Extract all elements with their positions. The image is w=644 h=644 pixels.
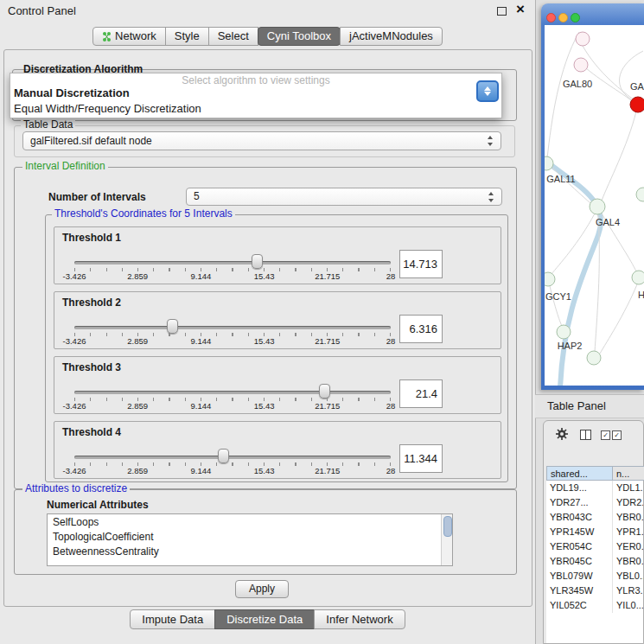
scale-label: 15.43 (254, 271, 275, 281)
option-manual-discretization[interactable]: Manual Discretization (14, 86, 130, 99)
cell-name: YBR0... (612, 554, 643, 569)
network-node-gal4[interactable] (590, 199, 605, 214)
network-node-gcy1[interactable] (545, 272, 555, 286)
gear-icon[interactable] (555, 427, 569, 444)
attribute-item[interactable]: TopologicalCoefficient (48, 529, 452, 544)
tab-cyni-toolbox[interactable]: Cyni Toolbox (258, 27, 341, 46)
attributes-scrollbar[interactable] (441, 514, 452, 565)
mac-close-icon[interactable] (546, 13, 556, 22)
tab-discretize-data[interactable]: Discretize Data (214, 609, 315, 629)
threshold-label: Threshold 4 (62, 426, 121, 438)
scale-label: 28 (386, 271, 396, 281)
close-icon[interactable]: × (516, 1, 525, 18)
scale-label: 21.715 (315, 466, 340, 475)
scale-label: 2.859 (127, 401, 148, 411)
network-node[interactable] (576, 32, 590, 46)
tab-label: Select (218, 28, 249, 45)
network-edge[interactable] (600, 284, 637, 354)
mac-minimize-icon[interactable] (558, 13, 568, 22)
threshold-value-field[interactable]: 6.316 (399, 315, 443, 343)
network-edge[interactable] (586, 68, 632, 101)
table-row[interactable]: YBR045CYBR0... (546, 554, 643, 569)
scale-label: 2.859 (127, 271, 148, 281)
slider-thumb[interactable] (218, 449, 229, 463)
checkbox-icon[interactable]: ✓ (612, 430, 622, 440)
attribute-item[interactable]: BetweennessCentrality (48, 544, 452, 558)
slider-thumb[interactable] (319, 384, 330, 399)
scrollbar-thumb[interactable] (443, 516, 452, 537)
table-row[interactable]: YER054CYER0... (546, 539, 643, 554)
attributes-list: SelfLoopsTopologicalCoefficientBetweenne… (47, 513, 453, 566)
scale-label: 9.144 (191, 336, 212, 346)
tab-jactivemnodules[interactable]: jActiveMNodules (340, 27, 443, 46)
float-window-icon[interactable] (497, 7, 507, 16)
tab-select[interactable]: Select (208, 27, 258, 46)
network-node-hap2[interactable] (557, 325, 571, 339)
option-equal-width-frequency[interactable]: Equal Width/Frequency Discretization (14, 102, 201, 115)
threshold-label: Threshold 1 (62, 232, 121, 244)
cell-name: YPR1... (612, 525, 643, 539)
threshold-label: Threshold 2 (62, 296, 121, 309)
column-header-shared-name[interactable]: shared... (546, 466, 613, 481)
cell-name: YBR0... (612, 510, 643, 525)
table-row[interactable]: YBR043CYBR0... (546, 510, 643, 525)
node-label: GAL4 (596, 217, 620, 227)
scale-label: 28 (386, 466, 396, 475)
cell-name: YLR3... (612, 583, 643, 598)
tab-style[interactable]: Style (165, 27, 209, 46)
apply-button[interactable]: Apply (235, 580, 289, 598)
column-header-name[interactable]: n... (612, 466, 644, 481)
tab-network[interactable]: Network (92, 27, 166, 46)
table-row[interactable]: YDL19...YDL1... (546, 481, 643, 495)
table-row[interactable]: YIL052CYIL0... (546, 598, 643, 613)
table-row[interactable]: YLR345WYLR3... (546, 583, 643, 598)
cell-name: YER0... (612, 539, 643, 554)
slider-thumb[interactable] (252, 254, 263, 269)
columns-icon[interactable] (580, 430, 591, 440)
threshold-value-field[interactable]: 11.344 (399, 444, 443, 473)
tab-label: Network (115, 28, 156, 45)
scale-label: -3.426 (63, 336, 86, 346)
attribute-item[interactable]: SelfLoops (48, 514, 452, 529)
network-edge[interactable] (552, 167, 590, 203)
algorithm-combo-arrow-button[interactable] (476, 80, 499, 102)
tab-impute-data[interactable]: Impute Data (130, 609, 215, 629)
thresholds-container: Threshold 1-3.4262.8599.14415.4321.71528… (54, 226, 501, 486)
network-edge[interactable] (619, 51, 643, 99)
threshold-value-field[interactable]: 21.4 (399, 379, 443, 408)
slider-thumb[interactable] (167, 319, 178, 334)
cell-shared-name: YPR145W (546, 525, 612, 539)
table-row[interactable]: YBL079WYBL0... (546, 569, 643, 583)
network-edge[interactable] (602, 112, 636, 201)
scale-label: 15.43 (254, 336, 275, 346)
network-canvas[interactable]: GAL80GAGAL11GAL4GCY1HHAP2 (545, 25, 644, 386)
number-of-intervals-spinner[interactable]: 5 (186, 188, 502, 206)
checkbox-icon[interactable]: ✓ (601, 430, 610, 440)
mac-zoom-icon[interactable] (571, 13, 580, 22)
network-node[interactable] (587, 351, 601, 365)
slider-track (74, 261, 391, 265)
table-row[interactable]: YPR145WYPR1... (546, 525, 643, 539)
network-node-h[interactable] (632, 271, 644, 284)
scale-label: 21.715 (315, 336, 340, 346)
table-row[interactable]: YDR27...YDR2... (546, 495, 643, 510)
table-data-combobox[interactable]: galFiltered.sif default node (22, 131, 501, 150)
cell-shared-name: YDR27... (546, 495, 612, 510)
scale-label: 21.715 (315, 401, 340, 411)
network-node[interactable] (636, 188, 644, 201)
threshold-value-field[interactable]: 14.713 (399, 250, 443, 278)
tab-infer-network[interactable]: Infer Network (314, 609, 405, 629)
bottom-tab-bar: Impute Data Discretize Data Infer Networ… (0, 609, 535, 629)
number-of-intervals-label: Number of Intervals (48, 191, 146, 203)
network-edge[interactable] (547, 32, 579, 158)
network-node-ga[interactable] (630, 97, 644, 112)
slider-scale: -3.4262.8599.14415.4321.71528 (74, 336, 391, 347)
scale-label: 9.144 (191, 401, 212, 411)
scale-label: 21.715 (315, 271, 340, 281)
network-edge[interactable] (583, 46, 634, 100)
network-node-gal80[interactable] (574, 58, 588, 72)
cell-shared-name: YIL052C (546, 598, 612, 613)
scale-label: 9.144 (191, 466, 212, 475)
node-label: GAL11 (546, 174, 575, 184)
slider-scale: -3.4262.8599.14415.4321.71528 (74, 271, 391, 282)
